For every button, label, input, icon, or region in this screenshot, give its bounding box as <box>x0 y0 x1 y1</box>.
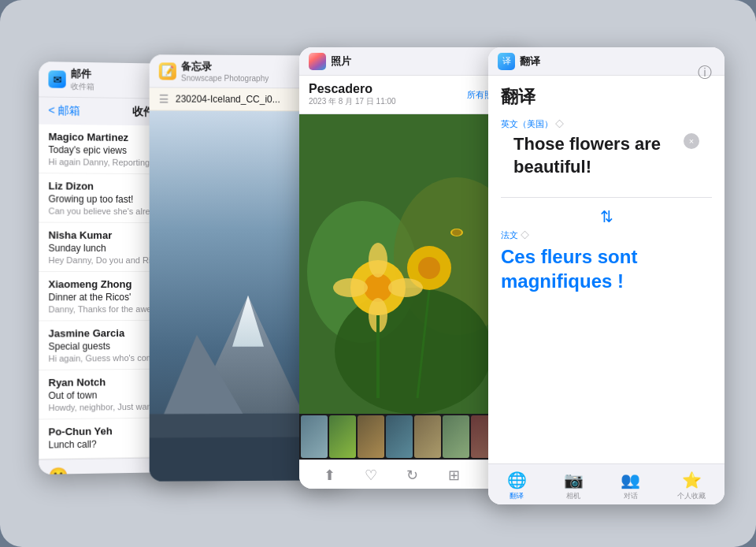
apps-container: ✉ 邮件 收件箱 < 邮箱 收件箱 Magico Martinez Today'… <box>0 0 756 547</box>
translate-source-section: 英文（美国） ◇ Those flowers are beautiful! × <box>488 118 724 191</box>
translate-nav-translate-icon: 🌐 <box>507 471 527 489</box>
translate-nav-camera-icon: 📷 <box>564 471 584 489</box>
photo-thumb-6[interactable] <box>443 415 469 458</box>
translate-nav-favorites-label: 个人收藏 <box>677 491 706 501</box>
translate-nav-camera-label: 相机 <box>566 491 580 501</box>
translate-source-text[interactable]: Those flowers are beautiful! <box>513 133 699 178</box>
svg-point-10 <box>333 278 368 297</box>
svg-point-15 <box>452 229 461 236</box>
photos-app-title: 照片 <box>331 54 351 69</box>
translate-nav-translate[interactable]: 🌐 翻译 <box>507 471 527 501</box>
photos-sliders-icon[interactable]: ⊞ <box>448 467 460 484</box>
translate-app-icon: 译 <box>498 53 515 70</box>
translate-nav-conversation-icon: 👥 <box>621 471 640 489</box>
translate-input-area: Those flowers are beautiful! × <box>513 133 699 178</box>
svg-point-5 <box>364 274 392 302</box>
translate-more-button[interactable]: ⓘ <box>698 63 712 82</box>
photos-album-title: Pescadero <box>309 82 461 96</box>
translate-app-title: 翻译 <box>520 54 540 69</box>
translate-nav-favorites-icon: ⭐ <box>682 471 702 489</box>
translate-content: ⓘ 翻译 英文（美国） ◇ Those flowers are beautifu… <box>488 76 724 504</box>
notes-app-title: 备忘录 <box>181 60 269 75</box>
mail-app-title: 邮件 <box>71 67 94 82</box>
photo-thumb-2[interactable] <box>329 415 356 458</box>
photos-app-icon <box>309 53 326 70</box>
mail-app-subtitle: 收件箱 <box>71 81 94 93</box>
ipad-frame: ✉ 邮件 收件箱 < 邮箱 收件箱 Magico Martinez Today'… <box>0 0 756 547</box>
photos-heart-icon[interactable]: ♡ <box>365 467 377 484</box>
translate-source-lang-label: 英文（美国） ◇ <box>501 118 712 130</box>
svg-point-8 <box>369 243 387 277</box>
mail-app-icon: ✉ <box>48 70 65 87</box>
translate-swap-button[interactable]: ⇅ <box>488 207 724 226</box>
translate-bottom-nav: 🌐 翻译 📷 相机 👥 对话 ⭐ 个人收藏 <box>488 463 724 504</box>
mail-back-button[interactable]: < 邮箱 <box>48 104 80 119</box>
translate-target-lang-text[interactable]: 法文 <box>501 230 518 240</box>
photos-rotate-icon[interactable]: ↻ <box>406 467 418 484</box>
translate-app-window: 译 翻译 ⓘ 翻译 英文（美国） ◇ Those flowers are bea… <box>488 47 724 504</box>
svg-point-7 <box>418 257 440 279</box>
translate-titlebar: 译 翻译 <box>488 47 724 76</box>
translate-nav-camera[interactable]: 📷 相机 <box>564 471 584 501</box>
photo-thumb-3[interactable] <box>358 415 384 458</box>
svg-point-11 <box>388 278 423 297</box>
translate-output-area: Ces fleurs sont magnifiques ! <box>501 244 712 463</box>
translate-clear-button[interactable]: × <box>684 133 699 149</box>
translate-nav-translate-label: 翻译 <box>510 491 524 501</box>
photo-thumb-1[interactable] <box>301 415 328 458</box>
notes-menu-icon[interactable]: ☰ <box>159 92 169 105</box>
translate-header: ⓘ 翻译 <box>488 76 724 118</box>
notes-app-subtitle: Snowscape Photography <box>181 74 269 84</box>
translate-output-text: Ces fleurs sont magnifiques ! <box>501 244 712 293</box>
photos-album-date: 2023 年 8 月 17 日 11:00 <box>309 96 461 107</box>
notes-app-icon: 📝 <box>159 62 176 80</box>
translate-divider <box>501 197 712 198</box>
photo-thumb-5[interactable] <box>414 415 441 458</box>
translate-nav-favorites[interactable]: ⭐ 个人收藏 <box>677 471 706 501</box>
translate-nav-conversation-label: 对话 <box>624 491 638 501</box>
translate-source-lang-text[interactable]: 英文（美国） <box>501 119 553 128</box>
translate-nav-conversation[interactable]: 👥 对话 <box>621 471 640 501</box>
mail-compose-icon[interactable]: 🙂 <box>48 466 68 474</box>
translate-main-title: 翻译 <box>501 85 712 109</box>
translate-target-lang-label: 法文 ◇ <box>501 229 712 241</box>
photos-share-icon[interactable]: ⬆ <box>324 467 335 484</box>
photo-thumb-4[interactable] <box>386 415 413 458</box>
